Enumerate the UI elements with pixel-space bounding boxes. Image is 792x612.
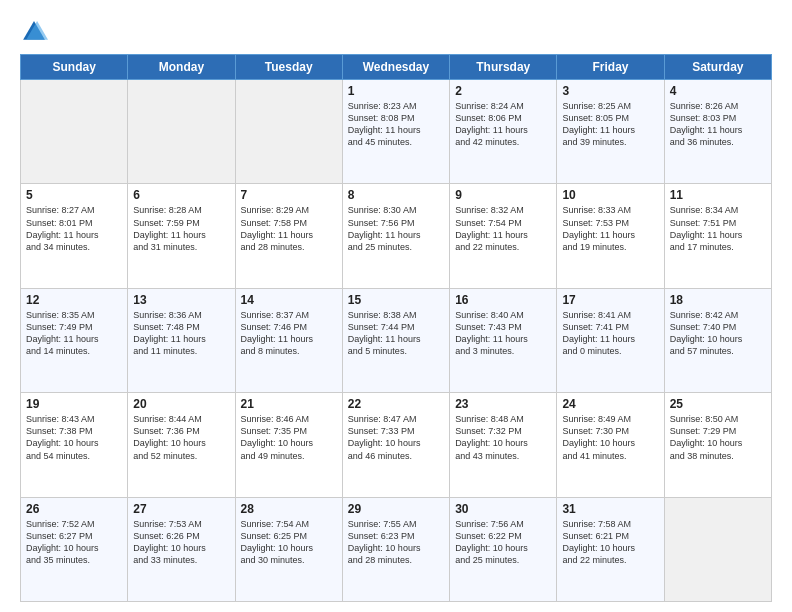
day-number: 8 — [348, 188, 444, 202]
week-row-4: 26Sunrise: 7:52 AM Sunset: 6:27 PM Dayli… — [21, 497, 772, 601]
day-info: Sunrise: 8:23 AM Sunset: 8:08 PM Dayligh… — [348, 100, 444, 149]
day-number: 18 — [670, 293, 766, 307]
week-row-0: 1Sunrise: 8:23 AM Sunset: 8:08 PM Daylig… — [21, 80, 772, 184]
day-header-sunday: Sunday — [21, 55, 128, 80]
day-info: Sunrise: 8:50 AM Sunset: 7:29 PM Dayligh… — [670, 413, 766, 462]
day-number: 28 — [241, 502, 337, 516]
day-number: 19 — [26, 397, 122, 411]
day-info: Sunrise: 8:25 AM Sunset: 8:05 PM Dayligh… — [562, 100, 658, 149]
day-number: 20 — [133, 397, 229, 411]
page: SundayMondayTuesdayWednesdayThursdayFrid… — [0, 0, 792, 612]
calendar-cell — [21, 80, 128, 184]
calendar-cell: 7Sunrise: 8:29 AM Sunset: 7:58 PM Daylig… — [235, 184, 342, 288]
day-number: 2 — [455, 84, 551, 98]
day-header-tuesday: Tuesday — [235, 55, 342, 80]
day-number: 15 — [348, 293, 444, 307]
calendar-cell: 25Sunrise: 8:50 AM Sunset: 7:29 PM Dayli… — [664, 393, 771, 497]
week-row-2: 12Sunrise: 8:35 AM Sunset: 7:49 PM Dayli… — [21, 288, 772, 392]
day-info: Sunrise: 8:36 AM Sunset: 7:48 PM Dayligh… — [133, 309, 229, 358]
calendar-cell: 28Sunrise: 7:54 AM Sunset: 6:25 PM Dayli… — [235, 497, 342, 601]
week-row-3: 19Sunrise: 8:43 AM Sunset: 7:38 PM Dayli… — [21, 393, 772, 497]
day-header-saturday: Saturday — [664, 55, 771, 80]
calendar-cell — [235, 80, 342, 184]
header-row: SundayMondayTuesdayWednesdayThursdayFrid… — [21, 55, 772, 80]
calendar-cell: 12Sunrise: 8:35 AM Sunset: 7:49 PM Dayli… — [21, 288, 128, 392]
calendar-cell: 11Sunrise: 8:34 AM Sunset: 7:51 PM Dayli… — [664, 184, 771, 288]
day-number: 1 — [348, 84, 444, 98]
day-info: Sunrise: 8:38 AM Sunset: 7:44 PM Dayligh… — [348, 309, 444, 358]
day-number: 14 — [241, 293, 337, 307]
calendar-cell: 23Sunrise: 8:48 AM Sunset: 7:32 PM Dayli… — [450, 393, 557, 497]
day-info: Sunrise: 8:29 AM Sunset: 7:58 PM Dayligh… — [241, 204, 337, 253]
day-info: Sunrise: 8:49 AM Sunset: 7:30 PM Dayligh… — [562, 413, 658, 462]
day-info: Sunrise: 7:54 AM Sunset: 6:25 PM Dayligh… — [241, 518, 337, 567]
calendar-cell: 19Sunrise: 8:43 AM Sunset: 7:38 PM Dayli… — [21, 393, 128, 497]
day-number: 24 — [562, 397, 658, 411]
day-number: 11 — [670, 188, 766, 202]
calendar-cell — [664, 497, 771, 601]
day-info: Sunrise: 7:52 AM Sunset: 6:27 PM Dayligh… — [26, 518, 122, 567]
calendar-cell: 30Sunrise: 7:56 AM Sunset: 6:22 PM Dayli… — [450, 497, 557, 601]
day-number: 7 — [241, 188, 337, 202]
day-info: Sunrise: 7:56 AM Sunset: 6:22 PM Dayligh… — [455, 518, 551, 567]
day-number: 29 — [348, 502, 444, 516]
day-info: Sunrise: 8:24 AM Sunset: 8:06 PM Dayligh… — [455, 100, 551, 149]
day-info: Sunrise: 8:46 AM Sunset: 7:35 PM Dayligh… — [241, 413, 337, 462]
logo-icon — [20, 18, 48, 46]
day-info: Sunrise: 8:26 AM Sunset: 8:03 PM Dayligh… — [670, 100, 766, 149]
day-number: 22 — [348, 397, 444, 411]
day-number: 31 — [562, 502, 658, 516]
day-number: 6 — [133, 188, 229, 202]
day-number: 10 — [562, 188, 658, 202]
day-info: Sunrise: 8:42 AM Sunset: 7:40 PM Dayligh… — [670, 309, 766, 358]
calendar-body: 1Sunrise: 8:23 AM Sunset: 8:08 PM Daylig… — [21, 80, 772, 602]
day-info: Sunrise: 8:47 AM Sunset: 7:33 PM Dayligh… — [348, 413, 444, 462]
calendar-cell — [128, 80, 235, 184]
day-info: Sunrise: 8:27 AM Sunset: 8:01 PM Dayligh… — [26, 204, 122, 253]
day-info: Sunrise: 7:55 AM Sunset: 6:23 PM Dayligh… — [348, 518, 444, 567]
calendar-cell: 18Sunrise: 8:42 AM Sunset: 7:40 PM Dayli… — [664, 288, 771, 392]
day-header-thursday: Thursday — [450, 55, 557, 80]
day-info: Sunrise: 8:40 AM Sunset: 7:43 PM Dayligh… — [455, 309, 551, 358]
day-info: Sunrise: 7:53 AM Sunset: 6:26 PM Dayligh… — [133, 518, 229, 567]
day-number: 16 — [455, 293, 551, 307]
calendar-cell: 6Sunrise: 8:28 AM Sunset: 7:59 PM Daylig… — [128, 184, 235, 288]
header — [20, 18, 772, 46]
calendar-cell: 21Sunrise: 8:46 AM Sunset: 7:35 PM Dayli… — [235, 393, 342, 497]
day-info: Sunrise: 8:37 AM Sunset: 7:46 PM Dayligh… — [241, 309, 337, 358]
calendar-cell: 8Sunrise: 8:30 AM Sunset: 7:56 PM Daylig… — [342, 184, 449, 288]
day-number: 5 — [26, 188, 122, 202]
day-number: 25 — [670, 397, 766, 411]
day-info: Sunrise: 8:33 AM Sunset: 7:53 PM Dayligh… — [562, 204, 658, 253]
calendar-cell: 14Sunrise: 8:37 AM Sunset: 7:46 PM Dayli… — [235, 288, 342, 392]
calendar-cell: 15Sunrise: 8:38 AM Sunset: 7:44 PM Dayli… — [342, 288, 449, 392]
calendar-cell: 22Sunrise: 8:47 AM Sunset: 7:33 PM Dayli… — [342, 393, 449, 497]
calendar-cell: 17Sunrise: 8:41 AM Sunset: 7:41 PM Dayli… — [557, 288, 664, 392]
day-number: 3 — [562, 84, 658, 98]
day-number: 23 — [455, 397, 551, 411]
day-info: Sunrise: 8:34 AM Sunset: 7:51 PM Dayligh… — [670, 204, 766, 253]
day-number: 4 — [670, 84, 766, 98]
calendar-cell: 2Sunrise: 8:24 AM Sunset: 8:06 PM Daylig… — [450, 80, 557, 184]
day-number: 30 — [455, 502, 551, 516]
day-number: 27 — [133, 502, 229, 516]
day-number: 26 — [26, 502, 122, 516]
day-number: 9 — [455, 188, 551, 202]
day-number: 17 — [562, 293, 658, 307]
calendar-cell: 13Sunrise: 8:36 AM Sunset: 7:48 PM Dayli… — [128, 288, 235, 392]
day-info: Sunrise: 8:41 AM Sunset: 7:41 PM Dayligh… — [562, 309, 658, 358]
calendar-cell: 3Sunrise: 8:25 AM Sunset: 8:05 PM Daylig… — [557, 80, 664, 184]
day-info: Sunrise: 8:32 AM Sunset: 7:54 PM Dayligh… — [455, 204, 551, 253]
day-info: Sunrise: 8:30 AM Sunset: 7:56 PM Dayligh… — [348, 204, 444, 253]
calendar-cell: 4Sunrise: 8:26 AM Sunset: 8:03 PM Daylig… — [664, 80, 771, 184]
calendar-cell: 1Sunrise: 8:23 AM Sunset: 8:08 PM Daylig… — [342, 80, 449, 184]
day-info: Sunrise: 7:58 AM Sunset: 6:21 PM Dayligh… — [562, 518, 658, 567]
day-header-monday: Monday — [128, 55, 235, 80]
calendar-cell: 29Sunrise: 7:55 AM Sunset: 6:23 PM Dayli… — [342, 497, 449, 601]
week-row-1: 5Sunrise: 8:27 AM Sunset: 8:01 PM Daylig… — [21, 184, 772, 288]
day-info: Sunrise: 8:48 AM Sunset: 7:32 PM Dayligh… — [455, 413, 551, 462]
calendar-cell: 9Sunrise: 8:32 AM Sunset: 7:54 PM Daylig… — [450, 184, 557, 288]
logo — [20, 18, 52, 46]
day-number: 13 — [133, 293, 229, 307]
calendar-cell: 5Sunrise: 8:27 AM Sunset: 8:01 PM Daylig… — [21, 184, 128, 288]
